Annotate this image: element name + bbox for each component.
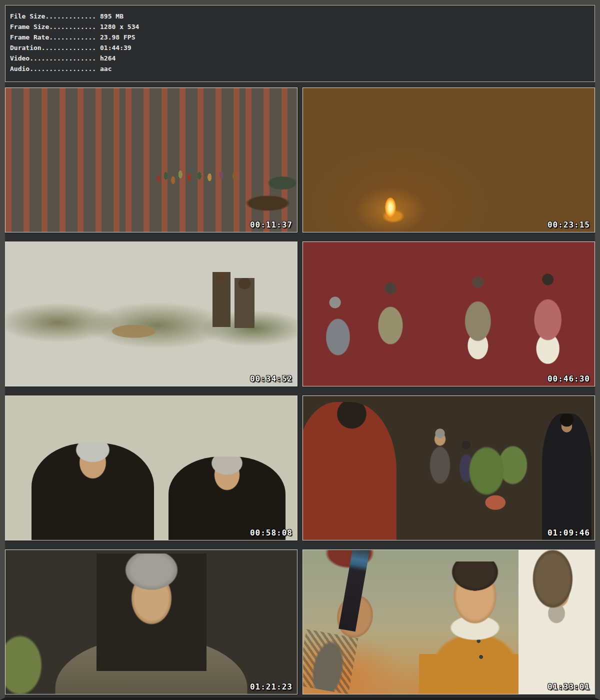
file-info-value: 23.98 FPS: [100, 34, 135, 41]
scene-living-room-meeting: [303, 242, 594, 386]
scene-outdoor-audience: [6, 396, 297, 540]
file-info-line-duration: Duration..............01:44:39: [10, 42, 594, 53]
dot-leader: .................: [30, 54, 96, 62]
file-info-value: 01:44:39: [100, 44, 132, 52]
timestamp-overlay: 01:33:01: [548, 682, 590, 692]
file-info-line-filesize: File Size.............895 MB: [10, 11, 594, 22]
file-info-label: File Size: [10, 12, 45, 20]
file-info-panel: File Size.............895 MB Frame Size.…: [5, 5, 595, 82]
timestamp-overlay: 00:11:37: [250, 220, 292, 230]
scene-night-campfire: [303, 88, 594, 232]
dot-leader: ..............: [42, 44, 96, 52]
media-info-post: File Size.............895 MB Frame Size.…: [5, 5, 595, 694]
file-info-value: 895 MB: [100, 12, 124, 20]
dot-leader: .............: [45, 12, 96, 20]
file-info-label: Audio: [10, 65, 30, 72]
screenshot-thumbnail-7[interactable]: 01:21:23: [5, 550, 298, 694]
file-info-line-audio: Audio.................aac: [10, 64, 594, 74]
screenshot-thumbnail-1[interactable]: 00:11:37: [5, 88, 298, 232]
dot-leader: ............: [49, 23, 96, 30]
timestamp-overlay: 01:21:23: [250, 682, 292, 692]
scene-elderly-man-closeup: [6, 550, 297, 694]
scene-smiling-man-microphone: [303, 550, 594, 694]
timestamp-overlay: 01:09:46: [548, 528, 590, 538]
timestamp-overlay: 00:23:15: [548, 220, 590, 230]
timestamp-overlay: 00:34:52: [250, 374, 292, 384]
file-info-line-framesize: Frame Size............1280 x 534: [10, 22, 594, 32]
file-info-line-video: Video.................h264: [10, 53, 594, 64]
file-info-label: Duration: [10, 44, 42, 52]
scene-green-field-children: [6, 242, 297, 386]
scene-secondary-person: [518, 550, 594, 694]
scene-village-street: [6, 88, 297, 232]
file-info-label: Frame Size: [10, 23, 49, 30]
screenshot-grid: 00:11:37 00:23:15 00:34:52 00:46:30 00:5…: [5, 88, 595, 694]
file-info-line-framerate: Frame Rate............23.98 FPS: [10, 32, 594, 42]
file-info-value: 1280 x 534: [100, 23, 139, 30]
file-info-label: Frame Rate: [10, 34, 49, 41]
screenshot-thumbnail-8[interactable]: 01:33:01: [302, 550, 595, 694]
screenshot-thumbnail-6[interactable]: 01:09:46: [302, 396, 595, 540]
screenshot-thumbnail-3[interactable]: 00:34:52: [5, 242, 298, 386]
timestamp-overlay: 00:58:08: [250, 528, 292, 538]
screenshot-thumbnail-2[interactable]: 00:23:15: [302, 88, 595, 232]
file-info-value: h264: [100, 54, 116, 62]
screenshot-thumbnail-4[interactable]: 00:46:30: [302, 242, 595, 386]
screenshot-thumbnail-5[interactable]: 00:58:08: [5, 396, 298, 540]
scene-courtyard-confrontation: [303, 396, 594, 540]
file-info-label: Video: [10, 54, 30, 62]
timestamp-overlay: 00:46:30: [548, 374, 590, 384]
dot-leader: ............: [49, 34, 96, 41]
file-info-value: aac: [100, 65, 112, 72]
dot-leader: .................: [30, 65, 96, 72]
